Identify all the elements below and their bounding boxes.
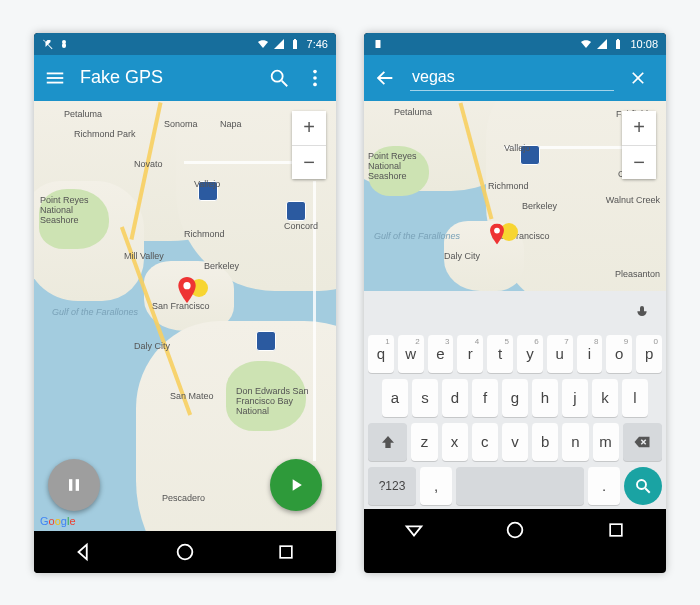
app-bar-search — [364, 55, 666, 101]
home-button[interactable] — [502, 517, 528, 543]
overflow-button[interactable] — [304, 67, 326, 89]
city-label: Richmond Park — [74, 129, 136, 139]
city-label: Vallejo — [194, 179, 220, 189]
svg-rect-18 — [616, 40, 620, 49]
svg-point-11 — [313, 82, 317, 86]
overflow-icon — [662, 67, 666, 89]
map[interactable]: Petaluma Richmond Park Sonoma Napa Point… — [34, 101, 336, 531]
svg-rect-5 — [47, 77, 64, 79]
battery-icon — [289, 38, 301, 50]
city-label: Pleasanton — [615, 269, 660, 279]
menu-button[interactable] — [44, 67, 66, 89]
svg-point-25 — [637, 480, 646, 489]
city-label: Petaluma — [64, 109, 102, 119]
back-arrow-button[interactable] — [374, 67, 396, 89]
svg-point-9 — [313, 69, 317, 73]
key-q[interactable]: q1 — [368, 335, 394, 373]
key-i[interactable]: i8 — [577, 335, 603, 373]
search-input[interactable] — [410, 64, 614, 91]
key-r[interactable]: r4 — [457, 335, 483, 373]
comma-key[interactable]: , — [420, 467, 452, 505]
svg-rect-19 — [617, 39, 619, 41]
zoom-in-button[interactable]: + — [622, 111, 656, 145]
zoom-controls: + − — [292, 111, 326, 179]
symbols-key[interactable]: ?123 — [368, 467, 416, 505]
key-m[interactable]: m — [593, 423, 619, 461]
city-label: Daly City — [134, 341, 170, 351]
key-d[interactable]: d — [442, 379, 468, 417]
key-o[interactable]: o9 — [606, 335, 632, 373]
clear-button[interactable] — [628, 67, 648, 89]
arrow-left-icon — [374, 67, 396, 89]
pause-icon — [64, 475, 84, 495]
pause-fab[interactable] — [48, 459, 100, 511]
city-label: Point Reyes National Seashore — [40, 195, 110, 225]
home-icon — [504, 519, 526, 541]
key-f[interactable]: f — [472, 379, 498, 417]
svg-line-26 — [645, 488, 650, 493]
recents-button[interactable] — [603, 517, 629, 543]
play-icon — [286, 475, 306, 495]
back-icon — [73, 541, 95, 563]
debug-icon — [58, 38, 70, 50]
key-s[interactable]: s — [412, 379, 438, 417]
map[interactable]: Petaluma Fairfield Vallejo Point Reyes N… — [364, 101, 666, 291]
search-key[interactable] — [624, 467, 662, 505]
recents-button[interactable] — [273, 539, 299, 565]
zoom-in-button[interactable]: + — [292, 111, 326, 145]
key-g[interactable]: g — [502, 379, 528, 417]
shift-key[interactable] — [368, 423, 407, 461]
key-u[interactable]: u7 — [547, 335, 573, 373]
key-a[interactable]: a — [382, 379, 408, 417]
key-e[interactable]: e3 — [428, 335, 454, 373]
key-l[interactable]: l — [622, 379, 648, 417]
key-p[interactable]: p0 — [636, 335, 662, 373]
key-b[interactable]: b — [532, 423, 558, 461]
key-n[interactable]: n — [562, 423, 588, 461]
svg-point-27 — [508, 522, 523, 537]
city-label: Daly City — [444, 251, 480, 261]
overflow-button[interactable] — [662, 67, 666, 89]
play-fab[interactable] — [270, 459, 322, 511]
key-j[interactable]: j — [562, 379, 588, 417]
svg-rect-16 — [280, 546, 292, 558]
key-v[interactable]: v — [502, 423, 528, 461]
home-button[interactable] — [172, 539, 198, 565]
gps-pin-icon — [178, 277, 196, 303]
city-label: Richmond — [184, 229, 225, 239]
sea-label: Gulf of the Farallones — [374, 231, 460, 241]
key-x[interactable]: x — [442, 423, 468, 461]
key-y[interactable]: y6 — [517, 335, 543, 373]
zoom-out-button[interactable]: − — [292, 145, 326, 179]
city-label: Pescadero — [162, 493, 205, 503]
key-c[interactable]: c — [472, 423, 498, 461]
close-icon — [628, 68, 648, 88]
key-z[interactable]: z — [411, 423, 437, 461]
mic-icon[interactable] — [634, 304, 650, 320]
svg-point-10 — [313, 76, 317, 80]
key-k[interactable]: k — [592, 379, 618, 417]
sea-label: Gulf of the Farallones — [52, 307, 138, 317]
app-title: Fake GPS — [80, 67, 254, 88]
back-button[interactable] — [71, 539, 97, 565]
key-w[interactable]: w2 — [398, 335, 424, 373]
backspace-key[interactable] — [623, 423, 662, 461]
key-t[interactable]: t5 — [487, 335, 513, 373]
recents-icon — [276, 542, 296, 562]
city-label: Berkeley — [522, 201, 557, 211]
back-button[interactable] — [401, 517, 427, 543]
city-label: Point Reyes National Seashore — [368, 151, 438, 181]
period-key[interactable]: . — [588, 467, 620, 505]
zoom-out-button[interactable]: − — [622, 145, 656, 179]
battery-icon — [612, 38, 624, 50]
key-h[interactable]: h — [532, 379, 558, 417]
status-bar: 10:08 — [364, 33, 666, 55]
back-down-icon — [403, 519, 425, 541]
google-logo: Google — [40, 515, 76, 527]
nosim-icon — [372, 38, 384, 50]
search-button[interactable] — [268, 67, 290, 89]
space-key[interactable] — [456, 467, 584, 505]
svg-rect-6 — [47, 81, 64, 83]
hwy-shield-icon — [256, 331, 276, 351]
wifi-icon — [257, 38, 269, 50]
